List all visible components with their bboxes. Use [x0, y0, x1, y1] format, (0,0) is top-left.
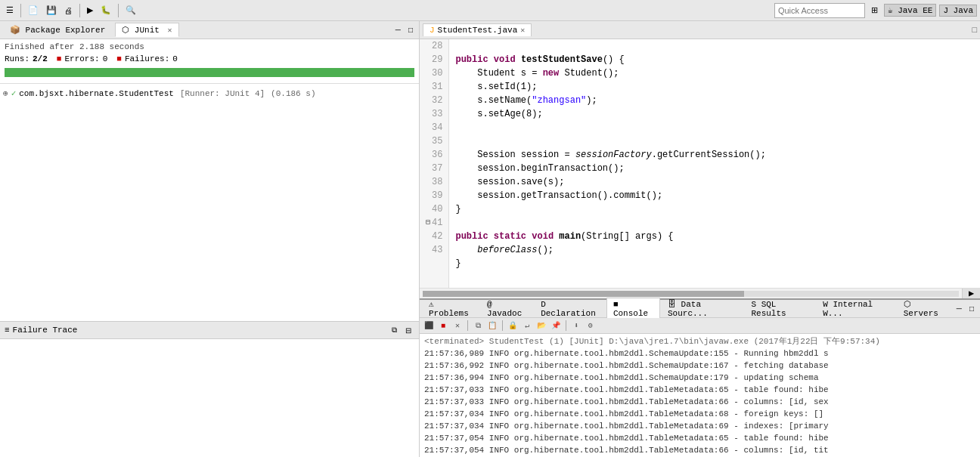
declaration-icon: D: [541, 300, 546, 309]
failures-value: 0: [172, 54, 178, 63]
runs-stat: Runs: 2/2: [5, 54, 48, 63]
console-stop-btn[interactable]: ■: [437, 320, 449, 332]
console-open-file-btn[interactable]: 📂: [535, 320, 547, 332]
tab-student-test-java[interactable]: J StudentTest.java ✕: [423, 23, 532, 36]
right-panel: J StudentTest.java ✕ □ 28 29 30 31 32 33…: [420, 21, 980, 457]
tab-package-explorer[interactable]: 📦 Package Explorer: [3, 23, 112, 37]
runs-value: 2/2: [33, 54, 48, 63]
log-text-2: 21:57:36,992 INFO org.hibernate.tool.hbm…: [424, 361, 829, 370]
log-text-5: 21:57:37,033 INFO org.hibernate.tool.hbm…: [424, 397, 829, 406]
log-text-1: 21:57:36,989 INFO org.hibernate.tool.hbm…: [424, 349, 829, 358]
toolbar-btn-run[interactable]: ▶: [84, 4, 96, 17]
toolbar-btn-print[interactable]: 🖨: [61, 5, 76, 17]
editor-tab-close-btn[interactable]: ✕: [520, 26, 525, 35]
junit-tab-close[interactable]: ✕: [167, 26, 172, 35]
editor-maximize-btn[interactable]: □: [972, 26, 977, 35]
toolbar-btn-debug[interactable]: 🐛: [98, 4, 114, 17]
toolbar-icons-btn[interactable]: ⊞: [868, 4, 881, 17]
log-text-3: 21:57:36,994 INFO org.hibernate.tool.hbm…: [424, 373, 819, 382]
test-pass-icon: ✓: [11, 88, 17, 98]
hscroll-track[interactable]: [423, 291, 959, 297]
problems-label: Problems: [429, 309, 469, 318]
log-text-7: 21:57:37,034 INFO org.hibernate.tool.hbm…: [424, 421, 829, 431]
console-scroll-end-btn[interactable]: ⬇: [570, 320, 582, 332]
code-content[interactable]: public void testStudentSave() { Student …: [449, 39, 980, 288]
toolbar-separator-3: [118, 4, 119, 17]
errors-icon: ■: [57, 54, 62, 63]
package-explorer-icon: 📦: [10, 26, 20, 35]
bottom-panel-maximize-btn[interactable]: □: [966, 303, 977, 314]
tab-servers[interactable]: ⬡ Servers: [898, 298, 952, 320]
tab-internal-w[interactable]: W Internal W...: [817, 298, 896, 320]
console-pin-btn[interactable]: 📌: [550, 320, 562, 332]
console-word-wrap-btn[interactable]: ↵: [521, 320, 533, 332]
quick-access-input[interactable]: [774, 3, 865, 18]
log-text-8: 21:57:37,054 INFO org.hibernate.tool.hbm…: [424, 434, 829, 443]
junit-panel: Finished after 2.188 seconds Runs: 2/2 ■…: [0, 39, 419, 84]
datasource-icon: 🗄: [668, 300, 676, 309]
console-header-text: <terminated> StudentTest (1) [JUnit] D:\…: [424, 337, 880, 346]
failures-stat: ■ Failures: 0: [116, 54, 178, 63]
junit-status-text: Finished after 2.188 seconds: [5, 42, 144, 51]
editor-hscroll[interactable]: ▶: [420, 288, 980, 298]
tab-declaration[interactable]: D Declaration: [535, 298, 605, 320]
perspective-java-label: Java: [954, 6, 973, 15]
tab-console[interactable]: ■ Console: [606, 298, 660, 320]
console-copy-btn[interactable]: ⧉: [472, 320, 484, 332]
editor-tabs: J StudentTest.java ✕ □: [420, 21, 980, 39]
toolbar-separator-1: [20, 4, 21, 17]
log-line-1: 21:57:36,989 INFO org.hibernate.tool.hbm…: [424, 347, 975, 360]
console-toolbar: ⬛ ■ ✕ ⧉ 📋 🔒 ↵ 📂 📌 ⬇ ⚙: [420, 318, 980, 334]
test-tree-item[interactable]: ⊕ ✓ com.bjsxt.hibernate.StudentTest [Run…: [3, 87, 416, 100]
failure-trace-copy-btn[interactable]: ⧉: [389, 324, 400, 336]
junit-icon: ⬡: [122, 26, 129, 35]
failures-icon: ■: [116, 54, 122, 63]
right-panel-inner: J StudentTest.java ✕ □ 28 29 30 31 32 33…: [420, 21, 980, 457]
console-clear-btn[interactable]: ⬛: [423, 320, 435, 332]
perspective-java-ee[interactable]: ☕ Java EE: [884, 4, 936, 17]
left-panel-minimize-btn[interactable]: ─: [392, 24, 404, 36]
left-panel-maximize-btn[interactable]: □: [405, 24, 416, 36]
log-line-9: 21:57:37,054 INFO org.hibernate.tool.hbm…: [424, 444, 975, 456]
console-paste-btn[interactable]: 📋: [486, 320, 498, 332]
console-terminate-btn[interactable]: ✕: [451, 320, 464, 332]
main-area: 📦 Package Explorer ⬡ JUnit ✕ ─ □ Finishe…: [0, 21, 980, 457]
sqlresults-label: SQL Results: [751, 300, 786, 318]
toolbar-btn-new[interactable]: 📄: [25, 4, 42, 17]
javadoc-label: Javadoc: [487, 309, 522, 318]
console-scroll-lock-btn[interactable]: 🔒: [507, 320, 519, 332]
tab-javadoc[interactable]: @ Javadoc: [481, 298, 533, 320]
internalw-icon: W: [823, 300, 828, 309]
toolbar-btn-save[interactable]: 💾: [43, 4, 60, 17]
tab-data-source[interactable]: 🗄 Data Sourc...: [662, 298, 743, 320]
perspective-java-icon: J: [943, 6, 948, 15]
junit-tab-label: JUnit: [135, 26, 160, 35]
console-sep-2: [502, 320, 503, 331]
log-line-3: 21:57:36,994 INFO org.hibernate.tool.hbm…: [424, 372, 975, 384]
tab-junit[interactable]: ⬡ JUnit ✕: [115, 23, 178, 37]
tab-sql-results[interactable]: S SQL Results: [745, 298, 815, 320]
failure-trace-filter-btn[interactable]: ⊟: [402, 324, 414, 336]
log-text-6: 21:57:37,034 INFO org.hibernate.tool.hbm…: [424, 409, 823, 418]
failure-trace-title: Failure Trace: [13, 326, 78, 335]
log-text-4: 21:57:37,033 INFO org.hibernate.tool.hbm…: [424, 385, 829, 394]
errors-label: Errors:: [64, 54, 99, 63]
perspective-java[interactable]: J Java: [939, 5, 977, 17]
junit-progress-bar: [5, 68, 414, 77]
failure-trace-panel: ≡ Failure Trace ⧉ ⊟: [0, 321, 419, 457]
java-file-icon: J: [430, 26, 435, 35]
toolbar-right-section: ⊞ ☕ Java EE J Java: [774, 3, 977, 18]
toolbar-btn-search[interactable]: 🔍: [122, 4, 139, 17]
editor-tab-label: StudentTest.java: [438, 26, 518, 35]
tree-expand-icon[interactable]: ⊕: [3, 88, 8, 98]
log-line-6: 21:57:37,034 INFO org.hibernate.tool.hbm…: [424, 408, 975, 420]
hscroll-right-btn[interactable]: ▶: [962, 289, 980, 299]
log-text-9: 21:57:37,054 INFO org.hibernate.tool.hbm…: [424, 446, 829, 455]
log-line-8: 21:57:37,054 INFO org.hibernate.tool.hbm…: [424, 432, 975, 444]
hscroll-thumb[interactable]: [423, 291, 744, 297]
bottom-panel-minimize-btn[interactable]: ─: [954, 303, 965, 314]
log-line-2: 21:57:36,992 INFO org.hibernate.tool.hbm…: [424, 360, 975, 372]
toolbar-menu-file[interactable]: ☰: [3, 4, 17, 17]
console-settings-btn[interactable]: ⚙: [585, 320, 597, 332]
tab-problems[interactable]: ⚠ Problems: [423, 298, 479, 320]
